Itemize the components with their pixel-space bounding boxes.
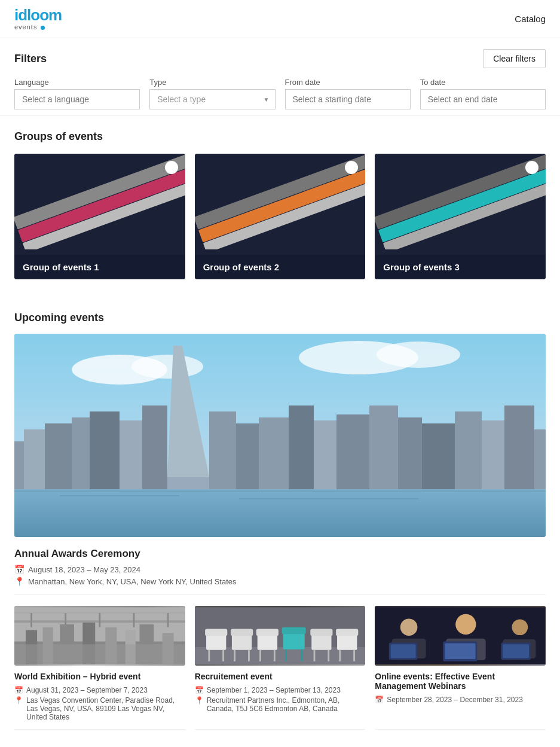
chairs-svg (195, 606, 366, 666)
svg-rect-22 (90, 411, 120, 489)
hero-skyline-svg (14, 334, 546, 537)
hero-event-title: Annual Awards Ceremony (14, 548, 546, 560)
upcoming-section: Upcoming events (0, 297, 560, 744)
svg-rect-27 (209, 411, 236, 489)
small-event-2-location: 📍 Recruitment Partners Inc., Edmonton, A… (195, 696, 366, 713)
svg-rect-36 (455, 411, 482, 489)
small-event-2-image (195, 606, 366, 666)
fromdate-label: From date (285, 78, 411, 87)
clear-filters-button[interactable]: Clear filters (483, 49, 546, 68)
logo-subtitle: events (14, 24, 62, 31)
group-card-3-visual (375, 154, 546, 249)
calendar-icon: 📅 (14, 565, 25, 574)
small-event-card-1[interactable]: World Exhibition – Hybrid event 📅 August… (14, 606, 185, 730)
group-card-3-radio[interactable] (525, 161, 538, 174)
location-icon: 📍 (14, 577, 25, 586)
groups-section: Groups of events Group of events 1 (0, 116, 560, 279)
small-event-3-title: Online events: Effective Event Managemen… (375, 672, 546, 691)
catalog-link[interactable]: Catalog (515, 14, 546, 24)
svg-point-88 (400, 618, 418, 636)
svg-rect-38 (504, 405, 534, 489)
small-event-3-image (375, 606, 546, 666)
svg-rect-19 (24, 429, 45, 489)
webinar-svg (375, 606, 546, 666)
group-card-3[interactable]: Group of events 3 (375, 154, 546, 279)
location-icon-s2: 📍 (195, 696, 204, 705)
svg-rect-28 (236, 423, 259, 489)
svg-rect-33 (369, 405, 398, 489)
svg-point-92 (456, 614, 476, 635)
group-card-2-label: Group of events 2 (195, 255, 366, 279)
svg-rect-23 (120, 420, 142, 489)
logo-text: idloom (14, 7, 62, 23)
svg-rect-39 (534, 429, 546, 489)
group-card-2-visual (195, 154, 366, 249)
svg-point-96 (512, 619, 528, 635)
exhibition-svg (14, 606, 185, 666)
group-card-1[interactable]: Group of events 1 (14, 154, 185, 279)
small-event-3-date-text: September 28, 2023 – December 31, 2023 (387, 696, 522, 704)
todate-label: To date (420, 78, 546, 87)
svg-rect-99 (503, 644, 530, 658)
small-event-2-date: 📅 September 1, 2023 – September 13, 2023 (195, 686, 366, 694)
groups-grid: Group of events 1 Group of events 2 (14, 154, 546, 279)
svg-rect-91 (391, 644, 416, 658)
svg-point-14 (131, 355, 203, 379)
svg-rect-37 (482, 420, 504, 489)
filters-section: Filters Clear filters Language Type Sele… (0, 38, 560, 116)
calendar-icon-s1: 📅 (14, 686, 23, 694)
type-select-wrapper: Select a type Online In-person Hybrid (149, 89, 275, 109)
svg-rect-40 (14, 490, 546, 492)
group-card-3-svg (375, 154, 546, 249)
hero-event-image (14, 334, 546, 537)
group-card-1-svg (14, 154, 185, 249)
small-events-grid: World Exhibition – Hybrid event 📅 August… (14, 606, 546, 730)
page-header: idloom events Catalog (0, 0, 560, 38)
filters-title: Filters (14, 53, 47, 65)
small-event-card-2[interactable]: Recruitement event 📅 September 1, 2023 –… (195, 606, 366, 730)
logo-dot-icon (41, 26, 45, 30)
group-card-1-label: Group of events 1 (14, 255, 185, 279)
hero-event-location: 📍 Manhattan, New York, NY, USA, New York… (14, 577, 546, 586)
svg-rect-60 (14, 644, 185, 664)
small-event-1-date-text: August 31, 2023 – September 7, 2023 (26, 686, 148, 694)
location-icon-s1: 📍 (14, 696, 23, 705)
svg-rect-35 (422, 423, 455, 489)
small-event-1-location: 📍 Las Vegas Convention Center, Paradise … (14, 696, 185, 721)
group-card-2[interactable]: Group of events 2 (195, 154, 366, 279)
logo-id-part: id (14, 6, 27, 24)
language-label: Language (14, 78, 140, 87)
svg-rect-20 (45, 423, 72, 489)
svg-rect-66 (205, 629, 227, 636)
svg-rect-26 (167, 477, 209, 489)
group-card-1-radio[interactable] (165, 161, 178, 174)
svg-rect-30 (289, 405, 314, 489)
small-event-3-date: 📅 September 28, 2023 – December 31, 2023 (375, 696, 546, 704)
fromdate-input[interactable] (285, 89, 411, 109)
svg-rect-86 (336, 629, 358, 636)
todate-filter-group: To date (420, 78, 546, 109)
svg-rect-41 (60, 495, 179, 496)
svg-rect-74 (256, 629, 279, 636)
svg-rect-34 (398, 417, 422, 489)
language-input[interactable] (14, 89, 140, 109)
group-card-1-visual (14, 154, 185, 249)
hero-event-location-text: Manhattan, New York, NY, USA, New York N… (28, 577, 237, 586)
svg-rect-31 (314, 420, 336, 489)
small-event-2-date-text: September 1, 2023 – September 13, 2023 (207, 686, 341, 694)
type-filter-group: Type Select a type Online In-person Hybr… (149, 78, 275, 109)
hero-event-card[interactable] (14, 334, 546, 537)
logo[interactable]: idloom events (14, 7, 62, 31)
logo-loom-part: loom (27, 6, 62, 24)
type-select[interactable]: Select a type Online In-person Hybrid (149, 89, 275, 109)
fromdate-filter-group: From date (285, 78, 411, 109)
group-card-3-label: Group of events 3 (375, 255, 546, 279)
group-card-2-svg (195, 154, 366, 249)
small-event-1-date: 📅 August 31, 2023 – September 7, 2023 (14, 686, 185, 694)
calendar-icon-s3: 📅 (375, 696, 384, 704)
upcoming-title: Upcoming events (14, 297, 546, 324)
svg-rect-24 (142, 405, 167, 489)
calendar-icon-s2: 📅 (195, 686, 204, 694)
small-event-card-3[interactable]: Online events: Effective Event Managemen… (375, 606, 546, 730)
todate-input[interactable] (420, 89, 546, 109)
